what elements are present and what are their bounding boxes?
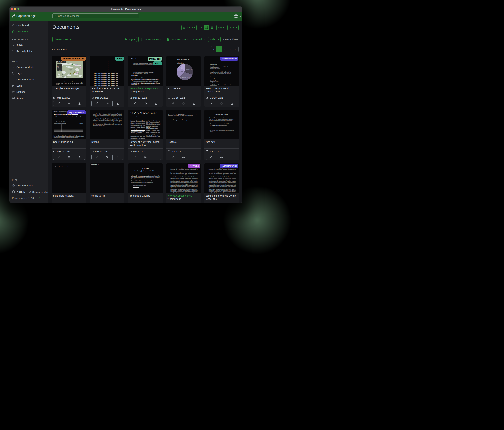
svg-text:?: ? bbox=[13, 185, 14, 187]
svg-text:Squirrel Island: Squirrel Island bbox=[76, 73, 80, 74]
svg-text:Day4: Day4 bbox=[58, 68, 59, 69]
svg-text:A 2x7 Gmap: A 2x7 Gmap bbox=[57, 77, 59, 78]
svg-text:Charles Island: Charles Island bbox=[64, 76, 68, 77]
svg-text:Legend: Legend bbox=[57, 65, 59, 65]
svg-text:Pine Grove Island: Pine Grove Island bbox=[75, 69, 79, 69]
svg-text:Six days in BWCA: Six days in BWCA bbox=[57, 62, 62, 63]
svg-text:Stage 2: Stage 2 bbox=[180, 66, 182, 67]
svg-text:Hypertension,: Hypertension, bbox=[178, 67, 183, 68]
svg-text:Day2: Day2 bbox=[58, 66, 59, 67]
svg-text:Provider #: Provider # bbox=[59, 123, 62, 124]
svg-text:44, 9%: 44, 9% bbox=[180, 68, 182, 69]
svg-text:Entry Point34: Entry Point34 bbox=[58, 71, 61, 71]
svg-text:Completion Date: Completion Date bbox=[54, 123, 59, 124]
svg-text:Contact Hours: Contact Hours bbox=[79, 123, 83, 124]
svg-text:Day1: Day1 bbox=[58, 65, 59, 66]
svg-text:Hausen Island: Hausen Island bbox=[75, 64, 78, 65]
svg-text:Pre-hypertension., 212, 42%: Pre-hypertension., 212, 42% bbox=[180, 77, 190, 78]
svg-text:i: i bbox=[39, 197, 39, 199]
svg-text:Normal, 151, 38%: Normal, 151, 38% bbox=[186, 69, 192, 70]
svg-text:Google Earth: Google Earth bbox=[57, 76, 62, 77]
svg-text:Day5: Day5 bbox=[58, 69, 59, 69]
svg-text:Hypertension, 31, 6%: Hypertension, 31, 6% bbox=[177, 63, 184, 64]
svg-text:Half Dog Island: Half Dog Island bbox=[73, 70, 76, 71]
svg-text:Boundary Waters Trip: Boundary Waters Trip bbox=[57, 61, 65, 62]
svg-text:New Found Island: New Found Island bbox=[68, 69, 72, 69]
svg-text:N\A: N\A bbox=[67, 124, 69, 126]
svg-text:Isolated Systolic: Isolated Systolic bbox=[178, 62, 184, 63]
svg-text:Course Name: Course Name bbox=[62, 123, 66, 124]
svg-text:65, 13%: 65, 13% bbox=[178, 72, 180, 72]
svg-text:Gargoyle Isl: Gargoyle Isl bbox=[69, 69, 72, 70]
svg-text:N: N bbox=[81, 76, 81, 77]
svg-text:Washington Island: Washington Island bbox=[74, 71, 78, 71]
svg-text:Stage 1 Hypertension,: Stage 1 Hypertension, bbox=[176, 71, 183, 72]
svg-text:Day6: Day6 bbox=[58, 70, 59, 70]
svg-text:Day3: Day3 bbox=[58, 67, 59, 68]
